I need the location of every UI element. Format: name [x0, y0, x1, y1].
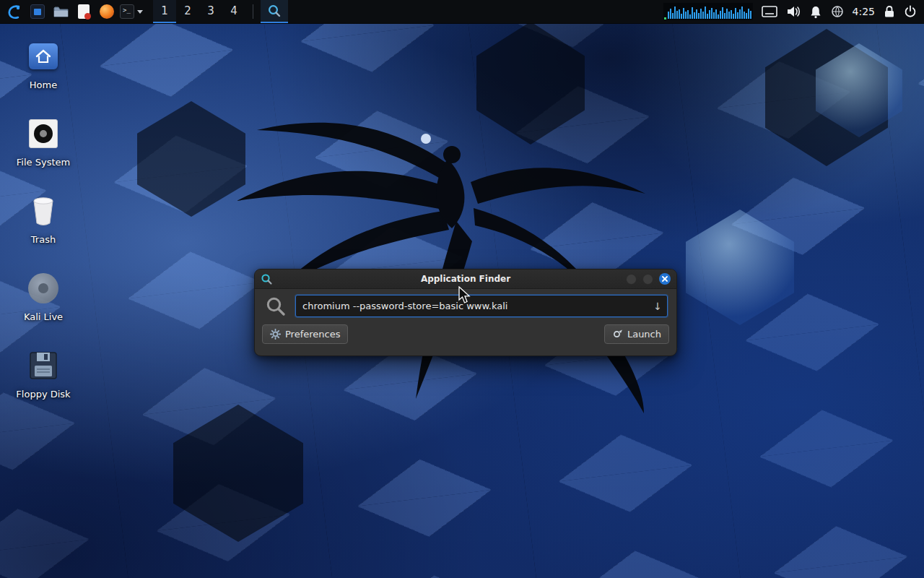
desktop-icon-label: File System — [17, 157, 70, 168]
notifications-bell-icon[interactable] — [809, 5, 822, 19]
trash-icon — [29, 194, 58, 228]
workspace-1[interactable]: 1 — [153, 0, 176, 23]
top-panel: >_ 1 2 3 4 — [0, 0, 924, 24]
status-globe-icon[interactable] — [831, 5, 844, 18]
applications-menu-button[interactable] — [4, 1, 25, 22]
launch-icon — [612, 329, 623, 340]
close-icon — [662, 276, 668, 282]
launch-button[interactable]: Launch — [604, 324, 669, 344]
file-manager-launcher[interactable] — [51, 1, 71, 22]
keyboard-display-icon[interactable] — [762, 6, 777, 17]
maximize-button[interactable] — [642, 274, 653, 285]
system-tray: 4:25 — [663, 3, 920, 20]
text-editor-launcher[interactable] — [74, 1, 94, 22]
desktop-icon-file-system[interactable]: File System — [7, 115, 79, 192]
window-launcher-button[interactable] — [27, 1, 48, 22]
home-icon — [29, 43, 58, 69]
chevron-down-icon[interactable] — [137, 10, 143, 14]
command-input[interactable] — [295, 295, 668, 317]
cpu-graph[interactable] — [663, 3, 753, 20]
desktop-icon-floppy-disk[interactable]: Floppy Disk — [7, 347, 79, 424]
folder-icon — [53, 5, 69, 18]
window-search-icon — [261, 273, 273, 285]
launch-label: Launch — [627, 329, 661, 340]
mouse-cursor — [458, 286, 474, 305]
preferences-button[interactable]: Preferences — [262, 324, 348, 344]
workspace-switcher: 1 2 3 4 — [153, 0, 245, 23]
terminal-icon: >_ — [120, 4, 134, 19]
taskbar-application-finder[interactable] — [261, 0, 288, 23]
lock-icon[interactable] — [884, 5, 895, 18]
file-system-icon — [29, 119, 58, 148]
workspace-3[interactable]: 3 — [199, 0, 222, 23]
application-finder-window: Application Finder ↓ — [254, 269, 677, 356]
volume-icon[interactable] — [786, 5, 801, 18]
desktop-icon-list: Home File System Trash Kali Live — [7, 38, 79, 424]
desktop-icon-label: Kali Live — [24, 311, 63, 322]
search-icon — [267, 4, 282, 18]
desktop-icon-home[interactable]: Home — [7, 38, 79, 115]
desktop-icon-label: Home — [30, 79, 57, 90]
window-title: Application Finder — [311, 274, 620, 284]
kali-live-icon — [28, 273, 58, 303]
floppy-disk-icon — [28, 350, 58, 381]
close-button[interactable] — [659, 273, 671, 285]
workspace-2[interactable]: 2 — [176, 0, 199, 23]
desktop-icon-label: Trash — [31, 234, 56, 245]
workspace-4[interactable]: 4 — [222, 0, 245, 23]
kali-dragon-logo — [195, 72, 686, 419]
terminal-launcher[interactable]: >_ — [120, 1, 143, 22]
firefox-launcher[interactable] — [97, 1, 117, 22]
search-icon-large — [265, 296, 287, 317]
preferences-label: Preferences — [285, 329, 340, 340]
minimize-button[interactable] — [626, 274, 637, 285]
clock[interactable]: 4:25 — [853, 6, 875, 17]
gear-icon — [270, 329, 281, 340]
firefox-icon — [100, 4, 114, 19]
power-icon[interactable] — [904, 5, 917, 18]
desktop-icon-label: Floppy Disk — [16, 389, 70, 400]
panel-separator — [253, 4, 253, 19]
kali-menu-icon — [6, 4, 22, 20]
dragon-highlight-sphere — [421, 134, 431, 144]
window-icon — [30, 4, 45, 19]
document-icon — [78, 4, 90, 19]
desktop-icon-trash[interactable]: Trash — [7, 192, 79, 269]
desktop-icon-kali-live[interactable]: Kali Live — [7, 269, 79, 347]
